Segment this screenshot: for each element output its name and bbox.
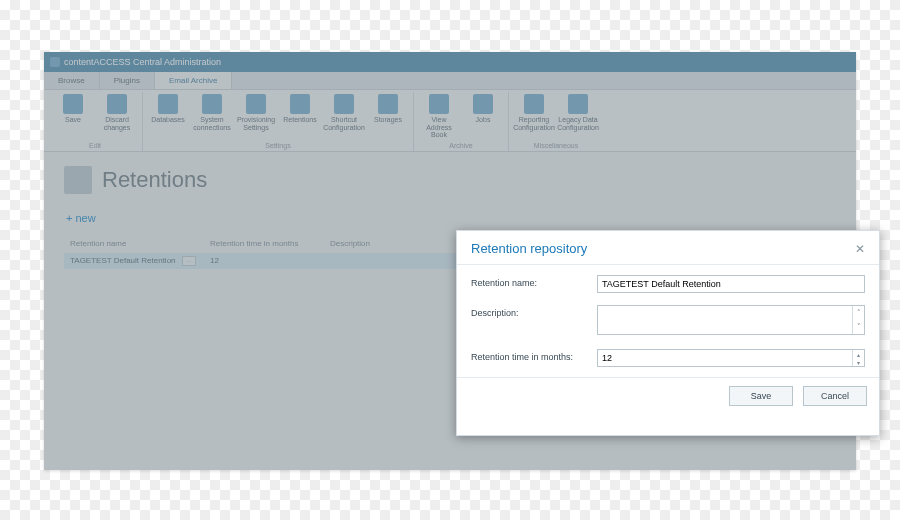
legacy-icon	[568, 94, 588, 114]
ribbon-save[interactable]: Save	[52, 92, 94, 141]
dialog-body: Retention name: Description: ˄˅ Retentio…	[457, 265, 879, 377]
ribbon-group-misc: Reporting Configuration Legacy Data Conf…	[509, 92, 603, 151]
chevron-down-icon[interactable]: ▾	[852, 358, 864, 366]
name-label: Retention name:	[471, 275, 597, 288]
window-titlebar: contentACCESS Central Administration	[44, 52, 856, 72]
page-icon	[64, 166, 92, 194]
retention-time-input[interactable]	[597, 349, 865, 367]
addressbook-icon	[429, 94, 449, 114]
app-logo-icon	[50, 57, 60, 67]
ribbon-group-label: Archive	[449, 141, 472, 151]
ribbon-group-label: Miscellaneous	[534, 141, 578, 151]
new-link[interactable]: + new	[66, 212, 96, 224]
close-icon[interactable]: ✕	[855, 242, 865, 256]
ribbon-system-connections[interactable]: System connections	[191, 92, 233, 141]
tab-browse[interactable]: Browse	[44, 72, 100, 89]
save-icon	[63, 94, 83, 114]
row-menu-icon[interactable]: ···	[182, 256, 196, 266]
database-icon	[158, 94, 178, 114]
dialog-titlebar: Retention repository ✕	[457, 231, 879, 265]
shortcut-icon	[334, 94, 354, 114]
ribbon-provisioning[interactable]: Provisioning Settings	[235, 92, 277, 141]
main-tabs: Browse Plugins Email Archive	[44, 72, 856, 90]
ribbon-group-label: Settings	[265, 141, 290, 151]
ribbon-databases[interactable]: Databases	[147, 92, 189, 141]
connections-icon	[202, 94, 222, 114]
desc-label: Description:	[471, 305, 597, 318]
save-button[interactable]: Save	[729, 386, 793, 406]
dialog-title: Retention repository	[471, 241, 587, 256]
row-desc	[324, 253, 424, 269]
ribbon: Save Discard changes Edit Databases Syst…	[44, 90, 856, 152]
grid-header-desc[interactable]: Description	[324, 236, 424, 251]
textarea-scroll[interactable]: ˄˅	[852, 306, 864, 334]
dialog-footer: Save Cancel	[457, 377, 879, 414]
chevron-up-icon[interactable]: ˄	[852, 306, 864, 320]
retention-icon	[290, 94, 310, 114]
ribbon-storages[interactable]: Storages	[367, 92, 409, 141]
retention-name-input[interactable]	[597, 275, 865, 293]
cancel-button[interactable]: Cancel	[803, 386, 867, 406]
grid-header-name[interactable]: Retention name	[64, 236, 204, 251]
ribbon-group-edit: Save Discard changes Edit	[48, 92, 143, 151]
provisioning-icon	[246, 94, 266, 114]
ribbon-group-archive: View Address Book Jobs Archive	[414, 92, 509, 151]
discard-icon	[107, 94, 127, 114]
chevron-down-icon[interactable]: ˅	[852, 320, 864, 334]
ribbon-retentions[interactable]: Retentions	[279, 92, 321, 141]
ribbon-legacy[interactable]: Legacy Data Configuration	[557, 92, 599, 141]
chevron-up-icon[interactable]: ▴	[852, 350, 864, 358]
reporting-icon	[524, 94, 544, 114]
ribbon-shortcut[interactable]: Shortcut Configuration	[323, 92, 365, 141]
description-input[interactable]	[597, 305, 865, 335]
number-spinner[interactable]: ▴▾	[852, 350, 864, 366]
window-title: contentACCESS Central Administration	[64, 52, 221, 72]
ribbon-reporting[interactable]: Reporting Configuration	[513, 92, 555, 141]
ribbon-group-label: Edit	[89, 141, 101, 151]
jobs-icon	[473, 94, 493, 114]
ribbon-discard[interactable]: Discard changes	[96, 92, 138, 141]
grid-header-time[interactable]: Retention time in months	[204, 236, 324, 251]
row-name: TAGETEST Default Retention ···	[64, 253, 204, 269]
time-label: Retention time in months:	[471, 349, 597, 362]
ribbon-jobs[interactable]: Jobs	[462, 92, 504, 141]
retention-dialog: Retention repository ✕ Retention name: D…	[456, 230, 880, 436]
page-title: Retentions	[102, 167, 207, 193]
ribbon-address-book[interactable]: View Address Book	[418, 92, 460, 141]
page-header: Retentions	[64, 166, 836, 194]
tab-email-archive[interactable]: Email Archive	[155, 72, 232, 89]
row-time: 12	[204, 253, 324, 269]
ribbon-group-settings: Databases System connections Provisionin…	[143, 92, 414, 151]
storage-icon	[378, 94, 398, 114]
tab-plugins[interactable]: Plugins	[100, 72, 155, 89]
